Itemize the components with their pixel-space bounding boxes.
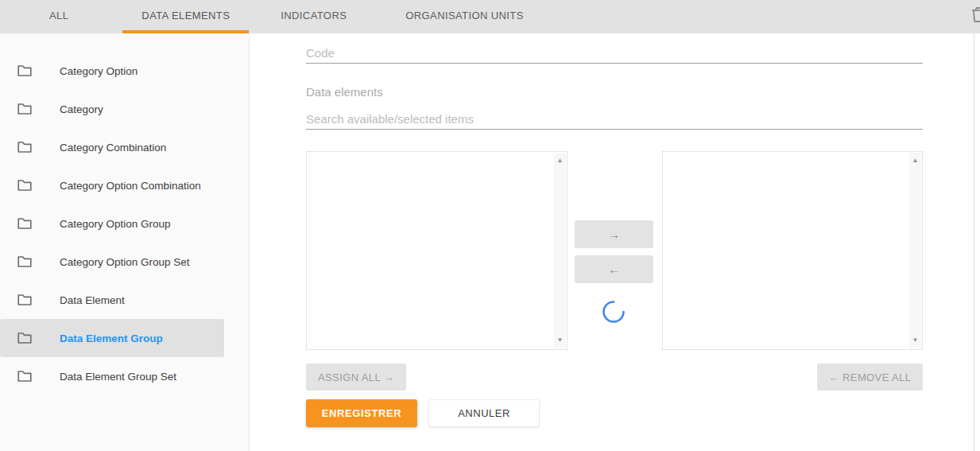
folder-icon [16,62,33,80]
sidebar-item-category[interactable]: Category [0,90,224,128]
scroll-down-icon[interactable]: ▼ [554,334,566,347]
remove-all-button[interactable]: ← REMOVE ALL [817,364,923,391]
tab-indicators[interactable]: INDICATORS [261,0,366,33]
code-input[interactable] [306,42,923,64]
sidebar-item-category-option-combination[interactable]: Category Option Combination [0,166,224,204]
sidebar-item-label: Category Option Combination [60,180,201,192]
tab-bar: ALLDATA ELEMENTSINDICATORSORGANISATION U… [0,0,980,33]
folder-icon [16,215,33,232]
sidebar-item-label: Category Option Group Set [60,256,190,268]
sidebar-item-label: Data Element [60,294,125,306]
move-left-button[interactable]: ← [575,255,653,283]
folder-icon [16,100,33,118]
folder-icon [16,291,33,309]
save-button[interactable]: ENREGISTRER [306,399,417,427]
tab-organisation-units[interactable]: ORGANISATION UNITS [386,0,543,33]
scroll-up-icon[interactable]: ▲ [554,154,566,167]
folder-icon [16,367,33,385]
sidebar-item-label: Category Combination [60,142,166,154]
page-scrollbar[interactable] [974,33,980,451]
sidebar-item-label: Category Option [60,65,138,77]
sidebar-item-data-element[interactable]: Data Element [0,281,224,319]
sidebar-item-label: Category Option Group [60,218,171,230]
sidebar: Category OptionCategoryCategory Combinat… [0,33,250,451]
list-scrollbar[interactable]: ▲ ▼ [909,153,921,348]
available-items-list[interactable]: ▲ ▼ [306,151,567,350]
loading-spinner [602,300,626,324]
tab-data-elements[interactable]: DATA ELEMENTS [122,0,249,33]
sidebar-item-category-combination[interactable]: Category Combination [0,128,224,166]
tab-all[interactable]: ALL [30,0,87,33]
move-right-button[interactable]: → [575,220,653,248]
sidebar-item-label: Data Element Group [60,332,163,344]
sidebar-item-data-element-group[interactable]: Data Element Group [0,319,224,357]
selected-items-list[interactable]: ▲ ▼ [662,151,923,350]
cancel-button[interactable]: ANNULER [428,399,540,427]
sidebar-item-category-option-group[interactable]: Category Option Group [0,204,224,243]
scroll-up-icon[interactable]: ▲ [909,154,921,167]
scroll-down-icon[interactable]: ▼ [909,334,921,347]
sidebar-item-data-element-group-set[interactable]: Data Element Group Set [0,357,224,395]
sidebar-item-label: Data Element Group Set [60,371,176,383]
list-scrollbar[interactable]: ▲ ▼ [554,153,566,348]
search-input[interactable] [306,108,923,130]
app-window: ALLDATA ELEMENTSINDICATORSORGANISATION U… [0,0,980,451]
sidebar-item-label: Category [60,103,103,115]
folder-icon [16,253,33,270]
sidebar-item-category-option[interactable]: Category Option [0,52,224,90]
folder-icon [16,177,33,194]
folder-icon [16,138,33,156]
sidebar-item-category-option-group-set[interactable]: Category Option Group Set [0,243,224,281]
folder-icon [16,329,33,347]
data-elements-label: Data elements [306,85,383,99]
assign-all-button[interactable]: ASSIGN ALL → [306,364,406,391]
trash-icon[interactable] [969,4,980,28]
